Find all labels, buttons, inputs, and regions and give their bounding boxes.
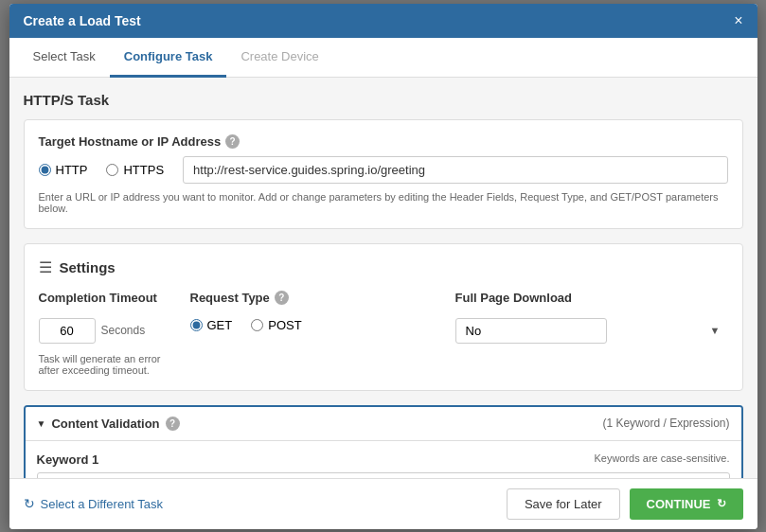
modal-footer: ↻ Select a Different Task Save for Later… <box>9 478 757 529</box>
continue-icon: ↻ <box>717 497 726 510</box>
cv-header[interactable]: ▼ Content Validation ? (1 Keyword / Expr… <box>26 407 741 440</box>
tab-create-device: Create Device <box>226 38 332 78</box>
target-help-icon[interactable]: ? <box>225 134 240 149</box>
close-button[interactable]: × <box>734 13 742 28</box>
cv-body: Keyword 1 Keywords are case-sensitive. K… <box>26 440 741 478</box>
modal-body: HTTP/S Task Target Hostname or IP Addres… <box>9 78 757 478</box>
http-radio[interactable] <box>39 164 51 176</box>
modal: Create a Load Test × Select Task Configu… <box>9 4 757 529</box>
request-type-label: Request Type ? <box>190 291 427 305</box>
request-type-radio-group: GET POST <box>190 318 427 332</box>
refresh-icon: ↻ <box>24 496 35 511</box>
full-page-select[interactable]: No Yes <box>455 318 607 344</box>
continue-button[interactable]: CONTINUE ↻ <box>630 488 743 520</box>
keyword1-row: Keyword 1 Keywords are case-sensitive. <box>37 452 730 467</box>
footer-left: ↻ Select a Different Task <box>24 496 164 511</box>
settings-icon: ☰ <box>39 258 52 276</box>
select-arrow-icon: ▼ <box>710 325 721 336</box>
timeout-input-row: Seconds <box>39 318 162 344</box>
http-radio-label[interactable]: HTTP <box>39 163 88 177</box>
request-type-help-icon[interactable]: ? <box>275 291 289 305</box>
modal-title: Create a Load Test <box>24 13 141 28</box>
settings-title: Settings <box>60 259 116 275</box>
timeout-unit: Seconds <box>101 324 146 337</box>
timeout-hint: Task will generate an error after exceed… <box>39 353 162 376</box>
tab-configure-task[interactable]: Configure Task <box>110 38 227 78</box>
modal-overlay: Create a Load Test × Select Task Configu… <box>0 0 766 532</box>
cv-badge: (1 Keyword / Expression) <box>602 417 729 430</box>
footer-right: Save for Later CONTINUE ↻ <box>507 488 743 520</box>
modal-header: Create a Load Test × <box>9 4 757 38</box>
request-type-group: Request Type ? GET POST <box>190 291 427 340</box>
section-title: HTTP/S Task <box>24 92 743 108</box>
cv-header-left: ▼ Content Validation ? <box>37 417 180 431</box>
timeout-group: Completion Timeout Seconds Task will gen… <box>39 291 162 376</box>
content-validation-card: ▼ Content Validation ? (1 Keyword / Expr… <box>24 405 743 478</box>
modal-tabs: Select Task Configure Task Create Device <box>9 38 757 78</box>
full-page-select-wrapper: No Yes ▼ <box>455 318 728 344</box>
url-input[interactable] <box>183 156 727 184</box>
full-page-group: Full Page Download No Yes ▼ <box>455 291 728 344</box>
settings-card: ☰ Settings Completion Timeout Seconds Ta… <box>24 243 743 391</box>
tab-select-task[interactable]: Select Task <box>19 38 110 78</box>
url-hint: Enter a URL or IP address you want to mo… <box>39 191 728 214</box>
target-card: Target Hostname or IP Address ? HTTP HTT… <box>24 119 743 229</box>
select-different-task-link[interactable]: Select a Different Task <box>41 497 164 511</box>
chevron-down-icon: ▼ <box>37 418 46 429</box>
post-radio-label[interactable]: POST <box>251 318 301 332</box>
https-radio[interactable] <box>106 164 118 176</box>
timeout-label: Completion Timeout <box>39 291 162 305</box>
full-page-label: Full Page Download <box>455 291 728 305</box>
protocol-radio-group: HTTP HTTPS <box>39 156 728 184</box>
settings-row: Completion Timeout Seconds Task will gen… <box>39 291 728 376</box>
settings-header: ☰ Settings <box>39 258 728 276</box>
post-radio[interactable] <box>251 319 263 331</box>
get-radio-label[interactable]: GET <box>190 318 233 332</box>
timeout-input[interactable] <box>39 318 96 344</box>
target-label: Target Hostname or IP Address ? <box>39 134 728 149</box>
https-radio-label[interactable]: HTTPS <box>106 163 164 177</box>
cv-help-icon[interactable]: ? <box>166 417 180 431</box>
save-for-later-button[interactable]: Save for Later <box>507 488 620 520</box>
get-radio[interactable] <box>190 319 203 331</box>
